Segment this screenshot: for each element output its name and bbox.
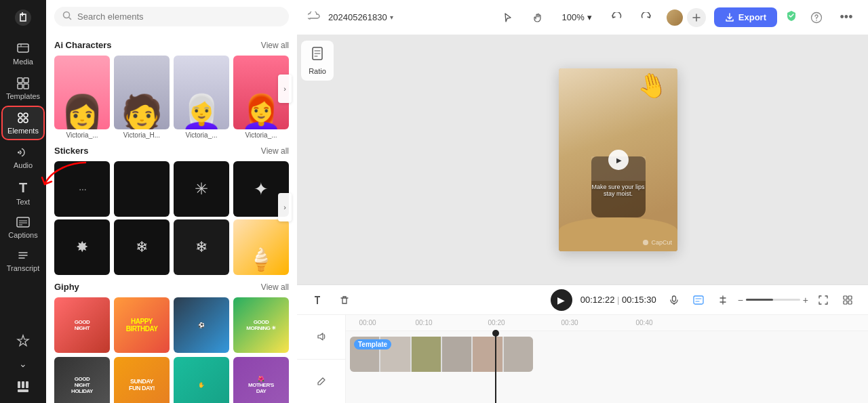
help-button[interactable]	[806, 7, 827, 28]
search-input[interactable]	[77, 12, 281, 22]
split-button[interactable]	[713, 291, 732, 310]
zoom-slider-track[interactable]	[746, 299, 800, 301]
sidebar-item-grid[interactable]	[3, 376, 43, 398]
sticker-icecream-icon: 🍦	[248, 247, 275, 272]
giphy-grid: GOODNIGHT HAPPYBIRTHDAY ⚽ GoodMorning ☀ …	[54, 297, 289, 403]
main-area: 202405261830 ▾ 100% ▾ Export	[297, 0, 868, 403]
captions-timeline-button[interactable]	[689, 291, 708, 310]
timeline-more-button[interactable]	[838, 291, 857, 310]
hand-tool-button[interactable]	[527, 7, 549, 28]
ratio-button[interactable]: Ratio	[301, 41, 334, 81]
svg-rect-11	[17, 217, 29, 227]
giphy-header: Giphy View all	[54, 282, 289, 292]
list-item[interactable]: GOODNIGHTHOLIDAY	[54, 357, 110, 403]
sidebar-item-captions[interactable]: Captions	[3, 213, 43, 243]
undo-button[interactable]	[606, 7, 627, 28]
list-item[interactable]: GOODNIGHT	[54, 297, 110, 353]
list-item[interactable]: SundayFun day!	[114, 357, 170, 403]
giphy-item-text: GOODNIGHT	[73, 318, 91, 333]
volume-button[interactable]	[297, 315, 345, 360]
ratio-panel: Ratio	[297, 35, 338, 86]
sticker-star-icon: ✦	[254, 179, 269, 200]
list-item[interactable]: ❄	[114, 219, 170, 275]
sidebar-item-audio[interactable]: Audio	[3, 142, 43, 173]
sidebar-item-text[interactable]: T Text	[3, 176, 43, 210]
search-bar[interactable]	[54, 7, 289, 26]
stickers-view-all[interactable]: View all	[261, 146, 289, 156]
svg-point-9	[24, 119, 28, 123]
zoom-out-icon[interactable]: −	[738, 295, 743, 305]
fullscreen-button[interactable]	[814, 291, 833, 310]
list-item[interactable]: 👩‍🦳 Victoria_...	[174, 56, 229, 139]
svg-rect-24	[848, 296, 852, 299]
app-logo[interactable]	[11, 5, 35, 30]
sidebar-item-transcript[interactable]: Transcript	[3, 246, 43, 276]
timeline-cursor-button[interactable]	[308, 291, 327, 310]
list-item[interactable]: ✋	[174, 357, 229, 403]
media-icon	[16, 42, 30, 56]
add-collaborator-button[interactable]	[687, 8, 706, 27]
ruler-mark: 00:20	[488, 319, 505, 326]
giphy-view-all[interactable]: View all	[261, 282, 289, 292]
zoom-in-icon[interactable]: +	[803, 295, 808, 305]
search-icon	[62, 11, 72, 22]
list-item[interactable]: HAPPYBIRTHDAY	[114, 297, 170, 353]
ruler-mark: 00:00	[359, 319, 376, 326]
list-item[interactable]: · · ·	[54, 161, 110, 217]
character-image: 👩‍🦳	[174, 56, 229, 129]
character-image: 🧑	[114, 56, 170, 129]
sticker-snowflake-icon: ❄	[136, 238, 148, 256]
list-item[interactable]: 🍦	[233, 219, 289, 275]
svg-rect-26	[848, 301, 852, 304]
list-item[interactable]: 🌺Mother'sDay	[233, 357, 289, 403]
video-play-overlay: ▶	[608, 150, 629, 170]
svg-rect-14	[22, 381, 24, 388]
playhead-handle[interactable]	[492, 330, 499, 337]
svg-point-10	[18, 152, 20, 154]
zoom-control[interactable]: 100% ▾	[557, 9, 597, 25]
svg-point-18	[816, 20, 817, 21]
audio-icon	[16, 146, 30, 159]
export-button[interactable]: Export	[714, 7, 777, 27]
stickers-row-1: · · · ✳ ✦	[54, 161, 289, 217]
list-item[interactable]: 👩 Victoria_...	[54, 56, 110, 139]
svg-rect-22	[694, 296, 703, 304]
stickers-next-button[interactable]: ›	[278, 193, 292, 221]
sidebar-item-favorites[interactable]	[3, 330, 43, 352]
timeline-delete-button[interactable]	[335, 291, 354, 310]
list-item[interactable]: GoodMorning ☀	[233, 297, 289, 353]
giphy-title: Giphy	[54, 282, 79, 292]
redo-button[interactable]	[635, 7, 657, 28]
templates-icon	[16, 77, 30, 90]
text-icon: T	[19, 180, 27, 196]
list-item[interactable]: ✸	[54, 219, 110, 275]
sidebar-item-templates[interactable]: Templates	[3, 72, 43, 104]
timeline-clip[interactable]: Template	[350, 337, 533, 372]
list-item[interactable]: 🧑 Victoria_H...	[114, 56, 170, 139]
playhead[interactable]	[495, 331, 496, 403]
sidebar-item-media[interactable]: Media	[3, 38, 43, 70]
mic-button[interactable]	[665, 291, 684, 310]
sidebar-item-media-label: Media	[13, 58, 33, 66]
cursor-tool-button[interactable]	[497, 7, 519, 28]
character-label: Victoria_...	[174, 131, 229, 139]
ruler-mark: 00:40	[635, 319, 652, 326]
edit-button[interactable]	[297, 360, 345, 404]
star-icon	[16, 334, 30, 347]
list-item[interactable]: ✳	[174, 161, 229, 217]
characters-next-button[interactable]: ›	[278, 75, 292, 103]
time-separator: |	[617, 295, 622, 305]
play-pause-button[interactable]: ▶	[551, 289, 572, 311]
sidebar-item-collapse[interactable]: ⌄	[3, 354, 43, 373]
panel-content: Ai Characters View all 👩 Victoria_...	[46, 33, 297, 403]
list-item[interactable]: ⚽	[174, 297, 229, 353]
stickers-row-2: ✸ ❄ ❄ 🍦	[54, 219, 289, 275]
sidebar-item-elements[interactable]: Elements	[3, 107, 43, 139]
stickers-title: Stickers	[54, 146, 89, 156]
clip-thumbnail	[473, 337, 502, 372]
project-name[interactable]: 202405261830 ▾	[328, 12, 393, 22]
list-item[interactable]: ❄	[174, 219, 229, 275]
ai-characters-view-all[interactable]: View all	[261, 41, 289, 50]
more-options-button[interactable]: •••	[835, 7, 857, 28]
list-item[interactable]	[114, 161, 170, 217]
